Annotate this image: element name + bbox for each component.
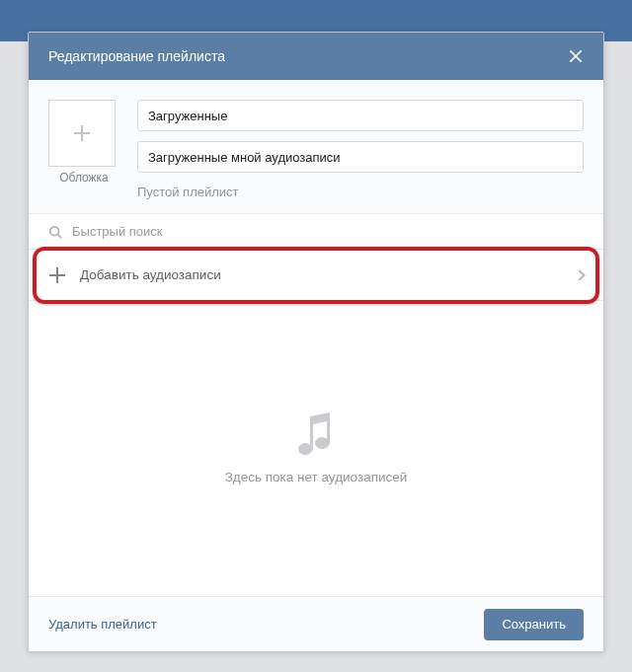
playlist-name-input[interactable] [137,100,584,131]
close-icon[interactable] [568,48,584,64]
modal-title: Редактирование плейлиста [48,48,225,64]
edit-playlist-modal: Редактирование плейлиста Обложка Пустой … [28,32,604,652]
plus-icon [72,123,92,143]
modal-header: Редактирование плейлиста [29,33,603,80]
search-row [29,214,603,250]
cover-label: Обложка [48,171,119,185]
add-audio-button[interactable]: Добавить аудиозаписи [29,250,603,301]
music-note-icon [296,412,336,456]
search-icon [48,225,62,239]
cover-box [48,100,116,167]
plus-icon [48,266,66,284]
add-audio-wrap: Добавить аудиозаписи [29,250,603,301]
empty-text: Здесь пока нет аудиозаписей [225,470,408,485]
playlist-desc-input[interactable] [137,141,584,173]
delete-playlist-link[interactable]: Удалить плейлист [48,617,157,632]
add-audio-label: Добавить аудиозаписи [80,267,562,282]
svg-point-0 [50,226,59,235]
svg-line-1 [58,234,62,238]
search-input[interactable] [72,224,584,239]
form-fields: Пустой плейлист [137,100,584,199]
modal-footer: Удалить плейлист Сохранить [29,596,603,651]
cover-upload[interactable]: Обложка [48,100,119,199]
chevron-right-icon [574,269,585,280]
empty-state: Здесь пока нет аудиозаписей [29,301,603,596]
playlist-form: Обложка Пустой плейлист [29,80,603,214]
playlist-status: Пустой плейлист [137,183,584,199]
save-button[interactable]: Сохранить [484,609,584,640]
